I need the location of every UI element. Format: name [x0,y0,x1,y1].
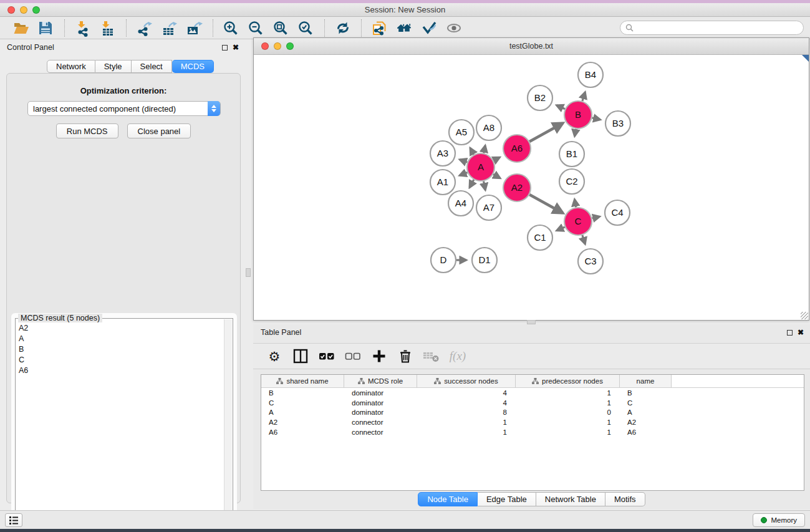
edge-B-B4[interactable] [582,92,585,101]
import-network-button[interactable] [70,19,95,37]
node-C[interactable]: C [564,208,592,235]
hide-selected-button[interactable] [417,19,442,37]
zoom-in-button[interactable] [219,19,244,37]
zoom-out-button[interactable] [244,19,269,37]
birdseye-toggle-icon[interactable] [802,55,809,62]
edge-A-A3[interactable] [460,160,467,162]
window-resize-grip[interactable] [801,312,808,319]
tab-edge-table[interactable]: Edge Table [478,492,536,506]
float-table-panel-icon[interactable] [787,330,793,336]
save-session-button[interactable] [34,19,59,37]
node-C1[interactable]: C1 [528,225,552,250]
run-mcds-button[interactable]: Run MCDS [56,123,118,138]
table-row[interactable]: Bdominator41B [261,388,804,398]
select-all-checkboxes-button[interactable] [316,346,338,366]
node-B3[interactable]: B3 [605,111,630,136]
tab-motifs[interactable]: Motifs [605,492,645,506]
optimization-criterion-select[interactable]: largest connected component (directed) [27,101,221,116]
result-list-item[interactable]: A [16,334,224,344]
node-D1[interactable]: D1 [472,248,497,273]
node-B[interactable]: B [564,101,592,128]
table-row[interactable]: A2connector11A2 [261,417,804,427]
column-visibility-button[interactable] [289,346,312,366]
edge-C-C4[interactable] [592,216,599,218]
table-row[interactable]: Adominator80A [261,408,804,418]
duplicate-network-button[interactable] [367,19,392,37]
edge-A-A7[interactable] [484,181,486,190]
tab-mcds[interactable]: MCDS [172,60,214,73]
memory-button[interactable]: Memory [753,513,805,527]
node-A3[interactable]: A3 [430,141,455,166]
close-table-panel-icon[interactable]: ✖ [798,329,804,336]
float-panel-icon[interactable] [222,45,228,51]
horizontal-splitter-handle[interactable] [527,320,536,324]
edge-B-B3[interactable] [592,118,600,120]
edge-A-A2[interactable] [493,174,500,178]
edge-A6-B[interactable] [529,123,562,142]
network-window-titlebar[interactable]: testGlobe.txt [254,38,809,55]
create-column-button[interactable] [368,346,390,366]
column-header-successor-nodes[interactable]: successor nodes [417,375,516,387]
search-input[interactable] [636,22,803,34]
edge-A-A6[interactable] [493,157,499,160]
show-all-button[interactable] [442,19,467,37]
table-settings-button[interactable]: ⚙ [263,346,286,366]
open-session-button[interactable] [9,19,34,37]
node-A7[interactable]: A7 [476,195,501,220]
column-header-shared-name[interactable]: shared name [261,375,344,387]
tab-node-table[interactable]: Node Table [418,492,478,506]
edge-A2-C[interactable] [529,195,562,213]
import-table-button[interactable] [95,19,120,37]
deselect-all-checkboxes-button[interactable] [342,346,364,366]
tab-style[interactable]: Style [95,60,132,73]
edge-B-B1[interactable] [575,129,576,137]
vertical-splitter-handle[interactable] [246,268,251,277]
export-image-button[interactable] [182,19,207,37]
node-D[interactable]: D [431,248,456,273]
result-list-item[interactable]: B [16,344,224,355]
zoom-fit-button[interactable] [269,19,294,37]
node-A[interactable]: A [467,153,494,181]
edge-C-C2[interactable] [574,200,576,208]
node-A6[interactable]: A6 [503,135,531,162]
node-A2[interactable]: A2 [503,174,531,201]
result-list-item[interactable]: C [16,355,224,365]
node-A1[interactable]: A1 [430,170,455,195]
edge-A-A8[interactable] [484,145,485,153]
edge-C-C1[interactable] [557,227,565,231]
node-C3[interactable]: C3 [578,249,603,274]
node-A4[interactable]: A4 [448,191,473,216]
tab-network[interactable]: Network [47,60,95,73]
column-header-MCDS-role[interactable]: MCDS role [344,375,417,387]
node-B2[interactable]: B2 [528,85,552,110]
refresh-view-button[interactable] [330,19,355,37]
column-header-predecessor-nodes[interactable]: predecessor nodes [516,375,620,387]
table-row[interactable]: Cdominator41C [261,398,804,408]
export-network-button[interactable] [132,19,157,37]
delete-columns-button[interactable] [394,346,417,366]
edge-B-B2[interactable] [557,105,565,109]
node-B1[interactable]: B1 [559,142,584,167]
result-list-item[interactable]: A6 [16,365,224,376]
network-graph-canvas[interactable]: AA1A2A3A4A5A6A7A8BB1B2B3B4CC1C2C3C4DD1 [254,55,809,320]
result-list-item[interactable]: A2 [16,323,224,334]
first-neighbors-button[interactable] [392,19,417,37]
close-panel-button[interactable]: Close panel [127,123,191,138]
edge-C-C3[interactable] [582,235,585,244]
node-A8[interactable]: A8 [476,115,501,140]
tab-network-table[interactable]: Network Table [536,492,605,506]
node-C2[interactable]: C2 [559,169,584,194]
close-panel-icon[interactable]: ✖ [233,44,239,51]
table-row[interactable]: A6connector11A6 [261,427,804,437]
edge-A-A5[interactable] [470,148,474,155]
edge-A-A1[interactable] [460,172,468,175]
task-history-button[interactable] [5,513,22,527]
node-B4[interactable]: B4 [578,62,603,87]
result-list-scrollbar[interactable] [224,319,232,525]
column-header-name[interactable]: name [620,375,672,387]
zoom-selected-button[interactable] [294,19,319,37]
node-A5[interactable]: A5 [449,120,474,145]
node-C4[interactable]: C4 [605,200,630,225]
edge-A-A4[interactable] [470,180,474,187]
tab-select[interactable]: Select [132,60,172,73]
